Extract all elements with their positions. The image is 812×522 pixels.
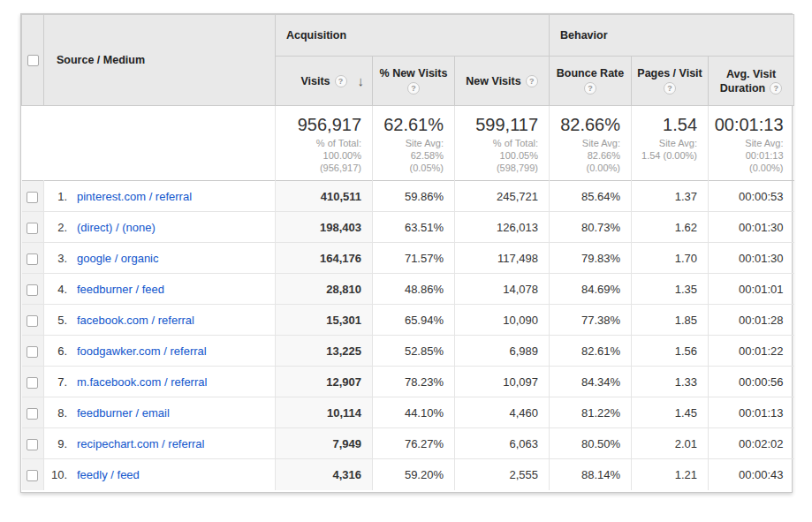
totals-pages-visit: 1.54 Site Avg: 1.54 (0.00%) <box>632 106 709 181</box>
pages-visit-cell: 1.35 <box>632 274 709 305</box>
bounce-rate-cell: 84.69% <box>550 274 632 305</box>
row-checkbox[interactable] <box>27 470 38 481</box>
column-header-bounce-rate[interactable]: Bounce Rate ? <box>550 57 632 106</box>
totals-visits: 956,917 % of Total: 100.00% (956,917) <box>276 106 373 181</box>
visits-cell: 10,114 <box>276 397 373 428</box>
pages-visit-cell: 1.56 <box>632 336 709 367</box>
visits-cell: 13,225 <box>276 336 373 367</box>
column-header-pct-new-visits[interactable]: % New Visits ? <box>373 57 455 106</box>
source-medium-link[interactable]: pinterest.com / referral <box>77 190 192 203</box>
row-number: 4. <box>44 283 67 296</box>
row-checkbox[interactable] <box>27 346 38 358</box>
pages-visit-cell: 1.37 <box>632 181 709 212</box>
visits-cell: 7,949 <box>276 428 373 459</box>
new-visits-cell: 10,097 <box>455 367 550 397</box>
avg-duration-cell: 00:01:13 <box>709 397 794 428</box>
row-number: 7. <box>44 375 67 389</box>
new-visits-cell: 4,460 <box>455 397 550 428</box>
row-number: 6. <box>44 344 67 358</box>
avg-duration-cell: 00:01:30 <box>709 212 794 243</box>
table-row: 7.m.facebook.com / referral 12,907 78.23… <box>22 367 794 397</box>
source-medium-table: Source / Medium Acquisition Behavior Vis… <box>21 14 794 490</box>
source-medium-link[interactable]: facebook.com / referral <box>77 314 194 327</box>
source-medium-link[interactable]: recipechart.com / referral <box>77 437 205 450</box>
avg-duration-cell: 00:01:01 <box>709 274 794 305</box>
source-medium-link[interactable]: (direct) / (none) <box>77 221 156 234</box>
bounce-rate-cell: 84.34% <box>550 367 632 397</box>
source-medium-link[interactable]: google / organic <box>77 252 159 265</box>
row-checkbox[interactable] <box>27 223 38 234</box>
bounce-rate-cell: 85.64% <box>550 181 632 212</box>
pages-visit-cell: 1.70 <box>632 243 709 274</box>
bounce-rate-cell: 82.61% <box>550 336 632 367</box>
row-checkbox[interactable] <box>27 408 38 420</box>
pages-visit-cell: 1.85 <box>632 305 709 336</box>
row-number: 1. <box>44 190 67 203</box>
bounce-rate-cell: 77.38% <box>550 305 632 336</box>
help-icon[interactable]: ? <box>526 75 538 87</box>
totals-new-visits: 599,117 % of Total: 100.05% (598,799) <box>455 106 550 181</box>
bounce-rate-label: Bounce Rate <box>557 67 624 79</box>
table-row: 8.feedburner / email 10,114 44.10% 4,460… <box>22 397 794 428</box>
help-icon[interactable]: ? <box>335 75 347 87</box>
row-checkbox[interactable] <box>27 284 38 296</box>
visits-cell: 28,810 <box>276 274 373 305</box>
new-visits-cell: 6,063 <box>455 428 550 459</box>
row-number: 3. <box>44 252 67 265</box>
help-icon[interactable]: ? <box>664 82 676 95</box>
source-medium-link[interactable]: foodgawker.com / referral <box>77 344 207 358</box>
row-checkbox[interactable] <box>27 253 38 265</box>
row-checkbox[interactable] <box>27 377 38 389</box>
select-all-cell <box>22 15 44 106</box>
help-icon[interactable]: ? <box>407 82 420 95</box>
avg-visit-label: Avg. Visit <box>726 68 776 80</box>
column-header-pages-visit[interactable]: Pages / Visit ? <box>632 57 709 106</box>
table-row: 5.facebook.com / referral 15,301 65.94% … <box>22 305 794 336</box>
avg-duration-cell: 00:00:43 <box>709 459 794 490</box>
avg-duration-cell: 00:00:56 <box>709 367 794 397</box>
totals-bounce-rate: 82.66% Site Avg: 82.66% (0.00%) <box>550 106 632 181</box>
pages-visit-cell: 1.62 <box>632 212 709 243</box>
table-row: 1.pinterest.com / referral 410,511 59.86… <box>22 181 794 212</box>
visits-label: Visits <box>300 75 330 87</box>
column-header-source-medium[interactable]: Source / Medium <box>44 15 276 106</box>
row-checkbox[interactable] <box>27 192 38 203</box>
pct-new-visits-cell: 52.85% <box>373 336 455 367</box>
select-all-checkbox[interactable] <box>27 55 39 66</box>
visits-cell: 12,907 <box>276 367 373 397</box>
avg-duration-cell: 00:01:28 <box>709 305 794 336</box>
help-icon[interactable]: ? <box>770 82 782 95</box>
new-visits-cell: 10,090 <box>455 305 550 336</box>
sort-descending-icon[interactable]: ↓ <box>358 73 365 88</box>
visits-cell: 15,301 <box>276 305 373 336</box>
visits-cell: 4,316 <box>276 459 373 490</box>
pages-visit-label: Pages / Visit <box>637 67 702 79</box>
source-medium-link[interactable]: feedburner / feed <box>77 283 164 296</box>
pct-new-visits-cell: 65.94% <box>373 305 455 336</box>
totals-row: 956,917 % of Total: 100.00% (956,917) 62… <box>22 106 794 181</box>
row-checkbox[interactable] <box>27 439 38 450</box>
visits-cell: 198,403 <box>276 212 373 243</box>
bounce-rate-cell: 80.50% <box>550 428 632 459</box>
totals-avg-duration: 00:01:13 Site Avg: 00:01:13 (0.00%) <box>709 106 794 181</box>
column-header-new-visits[interactable]: New Visits ? <box>455 57 550 106</box>
table-row: 2.(direct) / (none) 198,403 63.51% 126,0… <box>22 212 794 243</box>
visits-cell: 164,176 <box>276 243 373 274</box>
source-medium-link[interactable]: feedly / feed <box>77 468 140 481</box>
table-row: 10.feedly / feed 4,316 59.20% 2,555 88.1… <box>22 459 794 490</box>
row-number: 2. <box>44 221 67 234</box>
pages-visit-cell: 2.01 <box>632 428 709 459</box>
new-visits-cell: 126,013 <box>455 212 550 243</box>
row-checkbox[interactable] <box>27 315 38 327</box>
row-number: 8. <box>44 406 67 420</box>
pages-visit-cell: 1.33 <box>632 367 709 397</box>
help-icon[interactable]: ? <box>584 82 596 95</box>
new-visits-cell: 245,721 <box>455 181 550 212</box>
pct-new-visits-cell: 78.23% <box>373 367 455 397</box>
column-header-visits[interactable]: Visits ? ↓ <box>276 57 373 106</box>
source-medium-link[interactable]: m.facebook.com / referral <box>77 375 207 389</box>
group-header-acquisition: Acquisition <box>276 15 550 57</box>
source-medium-link[interactable]: feedburner / email <box>77 406 170 420</box>
column-header-avg-visit-duration[interactable]: Avg. Visit Duration ? <box>709 57 794 106</box>
new-visits-cell: 6,989 <box>455 336 550 367</box>
